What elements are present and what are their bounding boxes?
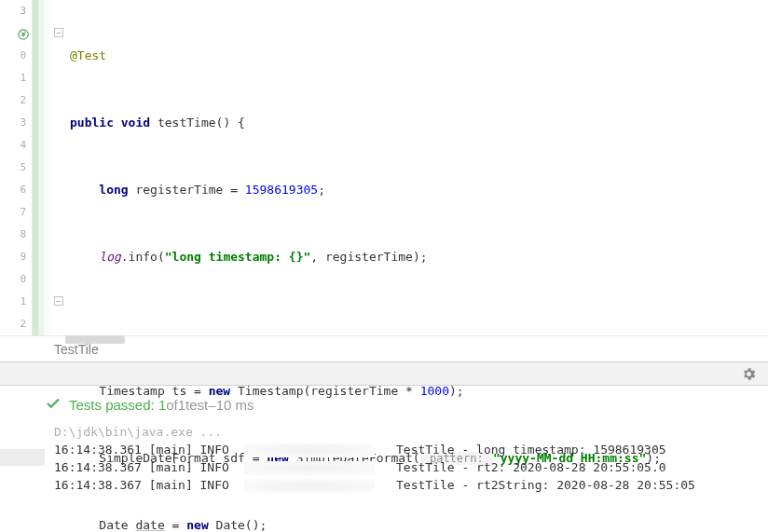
fold-toggle-icon[interactable] bbox=[54, 28, 63, 37]
code-line bbox=[70, 313, 768, 335]
horizontal-scrollbar-thumb[interactable] bbox=[65, 335, 125, 344]
code-line: Date date = new Date(); bbox=[70, 514, 768, 532]
code-line: @Test bbox=[70, 45, 768, 67]
breadcrumb-item[interactable]: TestTile bbox=[54, 342, 99, 357]
console-gutter-block bbox=[0, 449, 45, 466]
tests-passed-count: 1 bbox=[158, 397, 166, 413]
code-line: log.info("long timestamp: {}", registerT… bbox=[70, 246, 768, 268]
code-editor[interactable]: 3 9 0 1 2 3 4 5 6 7 8 9 0 1 2 @Test publ… bbox=[0, 0, 768, 335]
redacted-text bbox=[244, 443, 375, 457]
tests-duration: 10 ms bbox=[216, 397, 254, 413]
run-test-icon[interactable] bbox=[17, 26, 30, 48]
code-line: public void testTime() { bbox=[70, 112, 768, 134]
tests-total-count: 1 bbox=[178, 397, 185, 413]
console-log-line: 16:14:38.367 [main] INFO TestTile - rt2:… bbox=[54, 458, 768, 476]
console-log-line: 16:14:38.361 [main] INFO TestTile - long… bbox=[54, 441, 768, 458]
redacted-text bbox=[244, 461, 375, 475]
redacted-text bbox=[244, 479, 375, 493]
gear-icon[interactable] bbox=[741, 366, 757, 385]
check-icon bbox=[45, 395, 62, 415]
code-line: long registerTime = 1598619305; bbox=[70, 179, 768, 201]
console-log-line: 16:14:38.367 [main] INFO TestTile - rt2S… bbox=[54, 476, 768, 494]
panel-toolbar bbox=[0, 361, 768, 386]
change-marker-stripes bbox=[33, 0, 53, 335]
code-content[interactable]: @Test public void testTime() { long regi… bbox=[66, 0, 768, 335]
fold-column[interactable] bbox=[53, 0, 66, 335]
fold-toggle-icon[interactable] bbox=[54, 296, 63, 306]
line-number-gutter: 3 9 0 1 2 3 4 5 6 7 8 9 0 1 2 bbox=[0, 0, 33, 335]
tests-passed-label: Tests passed: bbox=[69, 397, 155, 413]
